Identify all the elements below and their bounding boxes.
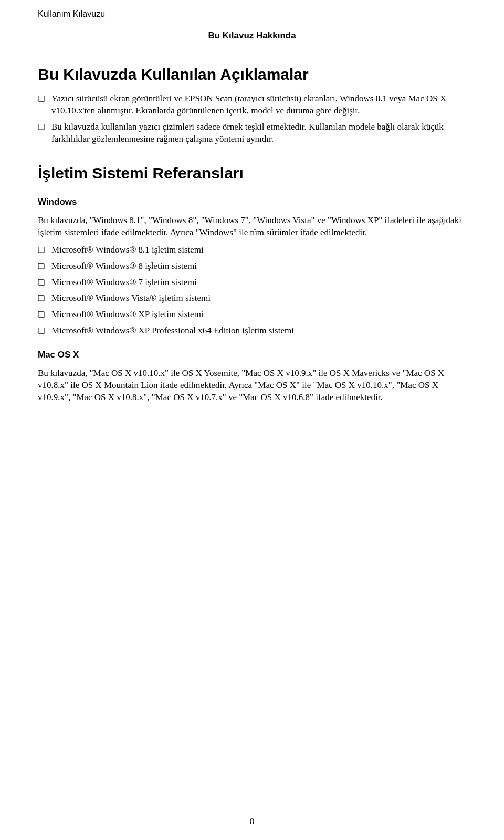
page-content: Kullanım Kılavuzu Bu Kılavuz Hakkında Bu…	[0, 0, 504, 404]
list-item: Microsoft® Windows® XP Professional x64 …	[38, 325, 466, 337]
section1-title: Bu Kılavuzda Kullanılan Açıklamalar	[38, 66, 466, 83]
mac-block: Mac OS X Bu kılavuzda, "Mac OS X v10.10.…	[38, 350, 466, 404]
list-item: Microsoft® Windows® XP işletim sistemi	[38, 309, 466, 321]
list-item: Microsoft® Windows® 7 işletim sistemi	[38, 277, 466, 289]
section1-bullets: Yazıcı sürücüsü ekran görüntüleri ve EPS…	[38, 93, 466, 145]
section-breadcrumb: Bu Kılavuz Hakkında	[38, 30, 466, 41]
list-item: Bu kılavuzda kullanılan yazıcı çizimleri…	[38, 121, 466, 145]
windows-heading: Windows	[38, 197, 466, 207]
list-item: Microsoft® Windows® 8.1 işletim sistemi	[38, 244, 466, 256]
mac-heading: Mac OS X	[38, 350, 466, 360]
doc-title: Kullanım Kılavuzu	[38, 9, 466, 19]
list-item: Microsoft® Windows Vista® işletim sistem…	[38, 292, 466, 304]
list-item: Microsoft® Windows® 8 işletim sistemi	[38, 260, 466, 272]
section2-title: İşletim Sistemi Referansları	[38, 164, 466, 182]
list-item: Yazıcı sürücüsü ekran görüntüleri ve EPS…	[38, 93, 466, 117]
section-rule	[38, 60, 466, 60]
page-number: 8	[0, 817, 504, 826]
windows-intro: Bu kılavuzda, "Windows 8.1", "Windows 8"…	[38, 215, 466, 239]
mac-body: Bu kılavuzda, "Mac OS X v10.10.x" ile OS…	[38, 368, 466, 404]
windows-os-list: Microsoft® Windows® 8.1 işletim sistemi …	[38, 244, 466, 338]
